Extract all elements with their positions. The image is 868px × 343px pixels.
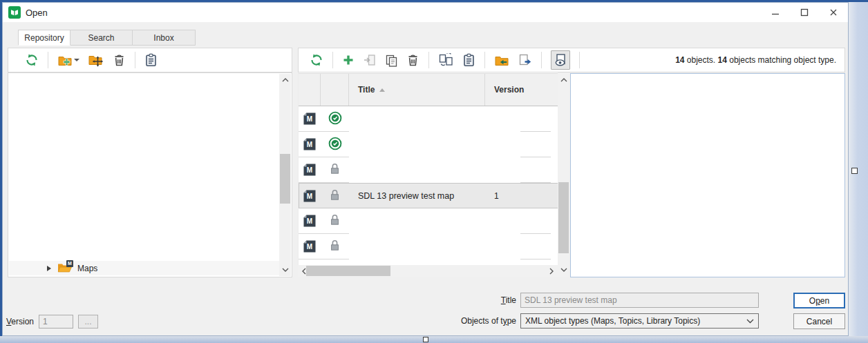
- object-title: [349, 157, 485, 183]
- object-title: [349, 208, 485, 234]
- object-rows: M M: [299, 106, 558, 259]
- object-title: [349, 132, 485, 157]
- check-in-icon[interactable]: [363, 53, 377, 67]
- cancel-button[interactable]: Cancel: [793, 313, 845, 329]
- object-table: Title Version M: [298, 72, 558, 277]
- window-title: Open: [26, 8, 48, 18]
- objects-of-type-select[interactable]: XML object types (Maps, Topics, Library …: [520, 313, 759, 329]
- tree-item-label: Maps: [77, 264, 97, 273]
- chevron-down-icon: [746, 316, 754, 326]
- object-version: [485, 106, 558, 132]
- splitter-grip[interactable]: [423, 337, 428, 342]
- column-version[interactable]: Version: [485, 74, 558, 106]
- close-button[interactable]: [819, 3, 848, 22]
- map-badge-letter: M: [66, 260, 73, 267]
- table-row[interactable]: M SDL 13 preview test map 1: [299, 183, 558, 208]
- properties-icon[interactable]: [144, 53, 158, 67]
- object-list-toolbar: 14 objects. 14 objects matching object t…: [298, 48, 845, 72]
- properties-icon[interactable]: [462, 53, 475, 67]
- object-version: [485, 234, 558, 259]
- preview-pane: [570, 73, 845, 277]
- open-button[interactable]: Open: [793, 293, 845, 308]
- new-folder-icon[interactable]: [57, 54, 79, 67]
- version-field[interactable]: [39, 315, 73, 329]
- title-field[interactable]: [520, 293, 759, 308]
- column-object-icon[interactable]: [299, 74, 321, 106]
- copy-icon[interactable]: [385, 54, 398, 67]
- column-status-icon[interactable]: [321, 74, 349, 106]
- minimize-button[interactable]: [761, 3, 790, 22]
- table-row[interactable]: M: [299, 208, 558, 234]
- add-icon[interactable]: [342, 54, 355, 66]
- desktop-background-bottom: [0, 336, 868, 343]
- object-version: [485, 157, 558, 183]
- version-field-label: Version: [6, 317, 37, 326]
- released-status-icon: [328, 137, 342, 153]
- locked-status-icon: [330, 188, 340, 204]
- delete-icon[interactable]: [406, 53, 419, 67]
- object-version: 1: [485, 183, 558, 208]
- scrollbar-thumb[interactable]: [558, 182, 569, 253]
- tab-search[interactable]: Search: [70, 30, 133, 46]
- map-document-icon: M: [303, 215, 316, 227]
- table-row[interactable]: M: [299, 132, 558, 157]
- map-document-icon: M: [303, 112, 316, 125]
- refresh-icon[interactable]: [310, 53, 323, 67]
- objects-of-type-label: Objects of type: [413, 316, 516, 326]
- scrollbar-thumb[interactable]: [306, 266, 390, 276]
- title-field-label: Title: [413, 295, 516, 305]
- released-status-icon: [328, 111, 342, 127]
- table-header: Title Version: [299, 73, 558, 106]
- titlebar: Open: [3, 3, 848, 22]
- table-row[interactable]: M: [299, 157, 558, 183]
- scroll-up-icon[interactable]: [279, 75, 291, 85]
- dropdown-caret-icon[interactable]: [74, 59, 79, 61]
- locked-status-icon: [330, 213, 340, 228]
- table-row[interactable]: M: [299, 234, 558, 259]
- object-version: [485, 208, 558, 234]
- sort-ascending-icon: [379, 88, 385, 92]
- tab-inbox[interactable]: Inbox: [132, 30, 196, 46]
- locked-status-icon: [330, 162, 340, 177]
- map-document-icon: M: [303, 138, 316, 150]
- object-count-status: 14 objects. 14 objects matching object t…: [675, 48, 836, 72]
- object-title: SDL 13 preview test map: [349, 183, 485, 208]
- export-document-icon[interactable]: [518, 53, 532, 67]
- scroll-down-icon[interactable]: [279, 265, 291, 275]
- open-dialog: Open Repository Search Inbox: [2, 2, 849, 336]
- import-folder-icon[interactable]: [494, 54, 509, 67]
- table-row[interactable]: M: [299, 106, 558, 132]
- preview-toggle-icon[interactable]: [551, 50, 570, 70]
- splitter-grip[interactable]: [851, 168, 858, 174]
- maps-folder-icon: M: [57, 262, 73, 275]
- table-hscrollbar[interactable]: [298, 265, 558, 277]
- locked-status-icon: [330, 239, 340, 254]
- tab-repository[interactable]: Repository: [18, 30, 70, 46]
- refresh-icon[interactable]: [25, 53, 39, 67]
- desktop-background-right: [849, 2, 868, 336]
- repository-tree: M Maps: [8, 72, 292, 277]
- scroll-up-icon[interactable]: [558, 75, 569, 85]
- repository-toolbar: [8, 48, 292, 72]
- delete-icon[interactable]: [113, 53, 126, 67]
- map-document-icon: M: [303, 240, 316, 253]
- object-title: [349, 106, 485, 132]
- object-title: [349, 234, 485, 259]
- scrollbar-thumb[interactable]: [280, 154, 290, 204]
- translations-icon[interactable]: [438, 53, 454, 67]
- move-folder-icon[interactable]: [88, 53, 104, 67]
- expand-arrow-icon[interactable]: [47, 266, 51, 271]
- scroll-down-icon[interactable]: [558, 265, 569, 275]
- app-logo-icon: [8, 6, 21, 19]
- version-browse-button[interactable]: ...: [78, 315, 98, 329]
- map-document-icon: M: [303, 164, 316, 176]
- column-title[interactable]: Title: [349, 74, 485, 106]
- table-vscrollbar[interactable]: [558, 73, 569, 277]
- row-separator: [520, 259, 551, 259]
- object-version: [485, 132, 558, 157]
- scroll-right-icon[interactable]: [547, 265, 556, 277]
- tree-scrollbar[interactable]: [279, 74, 291, 276]
- map-document-icon: M: [303, 190, 316, 202]
- tree-item-maps[interactable]: M Maps: [9, 261, 279, 275]
- maximize-button[interactable]: [790, 3, 819, 22]
